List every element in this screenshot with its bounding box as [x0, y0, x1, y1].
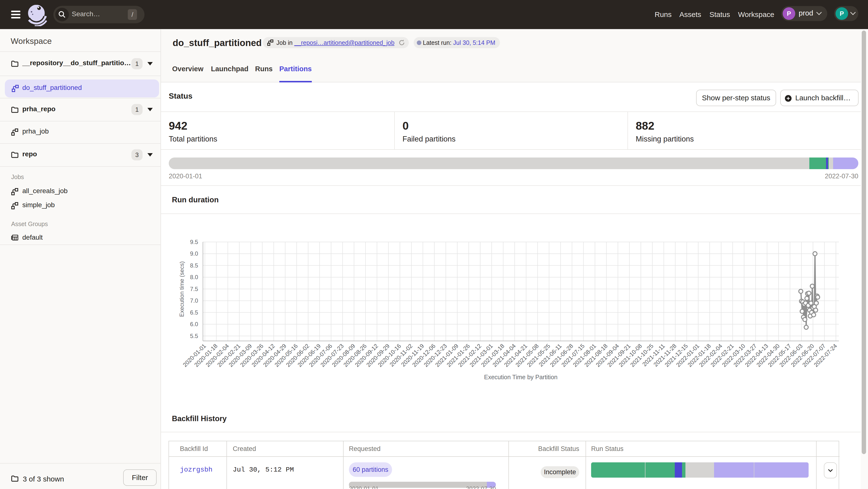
svg-text:7.5: 7.5 [190, 286, 198, 292]
svg-text:Execution time (secs): Execution time (secs) [179, 261, 185, 317]
svg-text:8.0: 8.0 [190, 274, 198, 280]
svg-text:9.0: 9.0 [190, 250, 198, 257]
svg-text:8.5: 8.5 [190, 262, 198, 269]
svg-text:6.0: 6.0 [190, 321, 198, 327]
svg-text:5.5: 5.5 [190, 333, 198, 339]
svg-text:7.0: 7.0 [190, 297, 198, 304]
svg-text:6.5: 6.5 [190, 309, 198, 316]
svg-text:Execution Time by Partition: Execution Time by Partition [484, 374, 558, 381]
svg-text:9.5: 9.5 [190, 239, 198, 245]
